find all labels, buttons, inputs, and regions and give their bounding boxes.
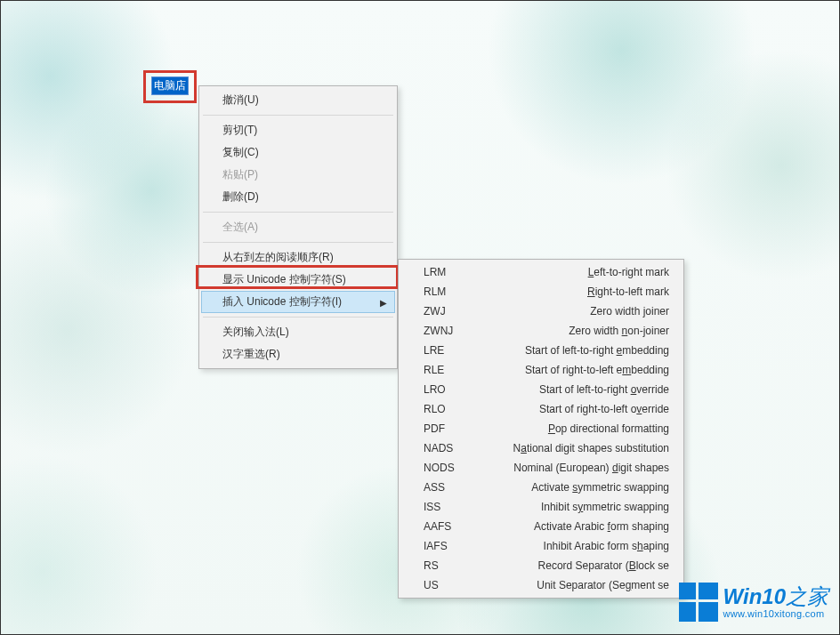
unicode-description: Start of left-to-right override [468, 382, 669, 397]
unicode-submenu-item-iafs[interactable]: IAFSInhibit Arabic form shaping [400, 536, 682, 556]
unicode-code: ISS [424, 500, 468, 514]
unicode-description: Zero width joiner [468, 304, 669, 318]
unicode-description: Inhibit symmetric swapping [468, 500, 669, 514]
unicode-submenu-item-rlm[interactable]: RLMRight-to-left mark [400, 282, 682, 301]
menu-separator [203, 115, 393, 116]
unicode-submenu-item-lrm[interactable]: LRMLeft-to-right mark [400, 262, 682, 282]
unicode-submenu-item-zwnj[interactable]: ZWNJZero width non-joiner [400, 321, 682, 341]
menu-item-delete[interactable]: 删除(D) [201, 186, 395, 208]
unicode-description: Activate symmetric swapping [468, 480, 669, 494]
menu-item-copy[interactable]: 复制(C) [201, 141, 395, 164]
rename-selected-text: 电脑店 [152, 77, 188, 94]
unicode-submenu-item-us[interactable]: USUnit Separator (Segment se [400, 575, 682, 595]
unicode-description: Start of left-to-right embedding [468, 343, 669, 358]
unicode-description: National digit shapes substitution [468, 441, 669, 455]
submenu-arrow-icon: ▶ [380, 294, 387, 309]
unicode-code: LRE [424, 343, 468, 358]
unicode-submenu-item-rle[interactable]: RLEStart of right-to-left embedding [400, 360, 682, 380]
menu-separator [203, 242, 393, 243]
watermark-brand: Win10 [723, 584, 786, 608]
watermark-logo: Win10之家 www.win10xitong.com [679, 583, 828, 622]
unicode-submenu-item-ass[interactable]: ASSActivate symmetric swapping [400, 478, 682, 497]
rename-highlight-box: 电脑店 [143, 70, 197, 103]
unicode-submenu-item-zwj[interactable]: ZWJZero width joiner [400, 301, 682, 321]
menu-item-cut[interactable]: 剪切(T) [201, 119, 395, 141]
unicode-code: AAFS [424, 519, 468, 534]
windows-flag-icon [679, 583, 718, 622]
unicode-code: ZWNJ [424, 324, 468, 338]
menu-item-undo[interactable]: 撤消(U) [201, 89, 395, 111]
unicode-code: ASS [424, 480, 468, 494]
menu-item-select-all: 全选(A) [201, 216, 395, 238]
unicode-code: NADS [424, 441, 468, 455]
unicode-description: Left-to-right mark [468, 265, 669, 279]
unicode-code: RLE [424, 363, 468, 377]
watermark-suffix: 之家 [786, 584, 828, 608]
unicode-submenu: LRMLeft-to-right markRLMRight-to-left ma… [398, 259, 684, 599]
unicode-submenu-item-nads[interactable]: NADSNational digit shapes substitution [400, 438, 682, 458]
unicode-submenu-item-pdf[interactable]: PDFPop directional formatting [400, 419, 682, 438]
unicode-code: RS [424, 559, 468, 573]
unicode-submenu-item-rs[interactable]: RSRecord Separator (Block se [400, 556, 682, 575]
unicode-submenu-item-iss[interactable]: ISSInhibit symmetric swapping [400, 497, 682, 517]
menu-item-insert-unicode[interactable]: 插入 Unicode 控制字符(I) ▶ [201, 291, 395, 313]
menu-item-show-unicode[interactable]: 显示 Unicode 控制字符(S) [201, 269, 395, 291]
watermark-text: Win10之家 www.win10xitong.com [723, 586, 828, 619]
watermark-url: www.win10xitong.com [723, 609, 825, 619]
menu-item-close-ime[interactable]: 关闭输入法(L) [201, 321, 395, 343]
unicode-submenu-item-lre[interactable]: LREStart of left-to-right embedding [400, 341, 682, 360]
menu-item-paste: 粘贴(P) [201, 164, 395, 186]
rename-editbox[interactable]: 电脑店 [151, 76, 189, 95]
context-menu: 撤消(U) 剪切(T) 复制(C) 粘贴(P) 删除(D) 全选(A) 从右到左… [198, 85, 398, 369]
unicode-submenu-item-aafs[interactable]: AAFSActivate Arabic form shaping [400, 517, 682, 536]
unicode-description: Zero width non-joiner [468, 324, 669, 338]
unicode-code: LRM [424, 265, 468, 279]
menu-item-rtl-reading[interactable]: 从右到左的阅读顺序(R) [201, 246, 395, 269]
unicode-code: RLM [424, 285, 468, 299]
unicode-code: IAFS [424, 539, 468, 553]
unicode-description: Nominal (European) digit shapes [468, 461, 669, 475]
unicode-description: Start of right-to-left embedding [468, 363, 669, 377]
unicode-submenu-item-rlo[interactable]: RLOStart of right-to-left override [400, 399, 682, 419]
unicode-submenu-item-lro[interactable]: LROStart of left-to-right override [400, 380, 682, 399]
unicode-description: Activate Arabic form shaping [468, 519, 669, 534]
unicode-code: US [424, 578, 468, 592]
unicode-submenu-item-nods[interactable]: NODSNominal (European) digit shapes [400, 458, 682, 478]
menu-item-label: 插入 Unicode 控制字符(I) [222, 295, 342, 308]
unicode-code: ZWJ [424, 304, 468, 318]
unicode-description: Unit Separator (Segment se [468, 578, 669, 592]
menu-item-hanzi-reselect[interactable]: 汉字重选(R) [201, 343, 395, 366]
unicode-code: LRO [424, 382, 468, 397]
unicode-description: Right-to-left mark [468, 285, 669, 299]
unicode-code: RLO [424, 402, 468, 416]
unicode-description: Start of right-to-left override [468, 402, 669, 416]
unicode-code: NODS [424, 461, 468, 475]
menu-separator [203, 317, 393, 318]
menu-separator [203, 212, 393, 213]
unicode-description: Pop directional formatting [468, 422, 669, 436]
unicode-description: Inhibit Arabic form shaping [468, 539, 669, 553]
unicode-code: PDF [424, 422, 468, 436]
unicode-description: Record Separator (Block se [468, 559, 669, 573]
